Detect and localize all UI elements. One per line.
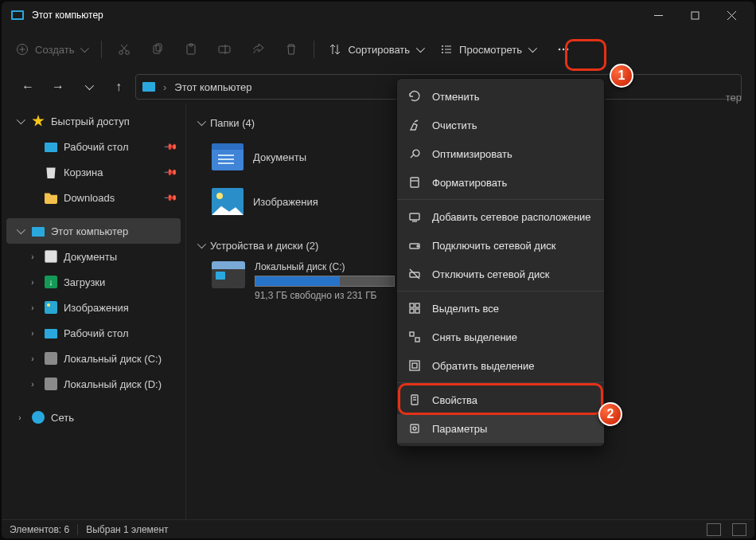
sidebar-item[interactable]: Корзина📌 [6, 159, 181, 185]
close-button[interactable] [713, 2, 750, 29]
down-icon [45, 276, 57, 288]
sidebar-item[interactable]: ›Локальный диск (C:) [6, 346, 181, 371]
tiles-view-button[interactable] [732, 523, 746, 536]
sidebar-item[interactable]: ›Загрузки [6, 269, 181, 295]
share-button[interactable] [242, 35, 274, 64]
drive-name: Локальный диск (C:) [255, 261, 395, 272]
pin-icon[interactable]: 📌 [162, 139, 177, 154]
expand-icon[interactable]: › [27, 252, 38, 261]
menu-label: Подключить сетевой диск [432, 240, 555, 252]
menu-item[interactable]: Снять выделение [397, 323, 604, 351]
status-selected: Выбран 1 элемент [86, 524, 168, 535]
cut-icon [118, 43, 131, 56]
svg-rect-45 [411, 425, 419, 432]
new-label: Создать [35, 44, 74, 56]
menu-item[interactable]: Форматировать [397, 168, 604, 197]
sidebar-label: Локальный диск (D:) [64, 378, 162, 390]
menu-item[interactable]: Свойства [397, 385, 604, 414]
more-button[interactable] [548, 35, 579, 64]
expand-icon[interactable]: › [27, 380, 38, 389]
expand-icon[interactable]: › [14, 413, 25, 422]
svg-line-10 [121, 45, 127, 51]
maximize-button[interactable] [676, 2, 713, 29]
svg-point-19 [442, 52, 443, 53]
new-button[interactable]: Создать [8, 35, 95, 64]
collapse-icon[interactable] [14, 227, 25, 236]
menu-icon [408, 302, 421, 315]
paste-button[interactable] [175, 35, 207, 64]
copy-icon [151, 43, 164, 56]
minimize-button[interactable] [640, 2, 676, 29]
separator [314, 41, 314, 58]
sidebar-item[interactable]: ›Локальный диск (D:) [6, 371, 181, 397]
annotation-number-1: 1 [610, 64, 633, 88]
annotation-number-2: 2 [598, 402, 622, 426]
copy-button[interactable] [142, 35, 173, 64]
status-count: Элементов: 6 [10, 524, 69, 535]
menu-item[interactable]: Подключить сетевой диск [397, 231, 604, 260]
sidebar-item-this-pc[interactable]: Этот компьютер [6, 218, 181, 244]
expand-icon[interactable]: › [27, 329, 38, 338]
svg-rect-35 [415, 303, 419, 307]
menu-item[interactable]: Добавить сетевое расположение [397, 202, 604, 231]
chevron-down-icon [416, 44, 425, 53]
menu-item[interactable]: Отменить [397, 82, 604, 111]
collapse-icon[interactable] [14, 117, 25, 126]
separator [77, 524, 78, 535]
group-title: Папки (4) [210, 117, 255, 129]
expand-icon[interactable]: › [27, 354, 38, 363]
rename-button[interactable] [208, 35, 240, 64]
up-button[interactable]: ↑ [105, 74, 132, 100]
trash-icon [285, 43, 298, 56]
sidebar-item[interactable]: Рабочий стол📌 [6, 134, 181, 159]
sort-button[interactable]: Сортировать [321, 35, 431, 64]
sidebar-item[interactable]: ›Изображения [6, 295, 181, 320]
sidebar-label: Локальный диск (C:) [64, 353, 162, 365]
menu-label: Очистить [432, 119, 477, 131]
back-button[interactable]: ← [14, 74, 41, 100]
svg-point-17 [442, 45, 443, 47]
sidebar-item-network[interactable]: › Сеть [6, 405, 181, 430]
chevron-down-icon [85, 81, 94, 90]
details-view-button[interactable] [707, 523, 721, 536]
sidebar-label: Этот компьютер [51, 225, 128, 237]
separator [101, 41, 102, 58]
cut-button[interactable] [108, 35, 140, 64]
expand-icon[interactable]: › [27, 278, 38, 287]
pin-icon[interactable]: 📌 [162, 190, 177, 205]
sidebar-item[interactable]: Downloads📌 [6, 185, 181, 210]
navigation-bar: ← → ↑ › Этот компьютер [6, 70, 750, 104]
expand-icon[interactable]: › [27, 303, 38, 312]
svg-rect-37 [415, 309, 419, 313]
menu-item[interactable]: Обратить выделение [397, 351, 604, 380]
menu-item[interactable]: Очистить [397, 111, 604, 139]
menu-separator [397, 199, 604, 200]
sidebar-item-quick-access[interactable]: Быстрый доступ [6, 108, 181, 134]
img-icon [45, 301, 57, 314]
collapse-icon [197, 241, 204, 250]
recent-button[interactable] [75, 74, 102, 100]
search-box-fragment: тер [726, 92, 742, 104]
menu-label: Добавить сетевое расположение [432, 211, 591, 223]
folder-item-documents[interactable]: Документы [212, 139, 379, 175]
menu-item[interactable]: Отключить сетевой диск [397, 260, 604, 288]
pin-icon[interactable]: 📌 [162, 164, 177, 179]
menu-separator [397, 382, 604, 383]
forward-button[interactable]: → [45, 74, 72, 100]
view-button[interactable]: Просмотреть [432, 35, 543, 64]
breadcrumb[interactable]: Этот компьютер [174, 81, 251, 93]
this-pc-icon [142, 82, 155, 92]
menu-item[interactable]: Оптимизировать [397, 139, 604, 168]
drive-item-c[interactable]: Локальный диск (C:) 91,3 ГБ свободно из … [212, 261, 395, 301]
menu-item[interactable]: Выделить все [397, 294, 604, 323]
menu-icon [408, 90, 421, 103]
sidebar-item[interactable]: ›Документы [6, 244, 181, 269]
folder-item-pictures[interactable]: Изображения [212, 183, 379, 220]
sidebar-item[interactable]: ›Рабочий стол [6, 320, 181, 346]
svg-point-25 [567, 49, 569, 51]
disk-icon [45, 378, 57, 390]
svg-rect-40 [410, 361, 419, 370]
menu-icon [408, 331, 421, 343]
delete-button[interactable] [275, 35, 307, 64]
menu-item[interactable]: Параметры [397, 414, 604, 443]
